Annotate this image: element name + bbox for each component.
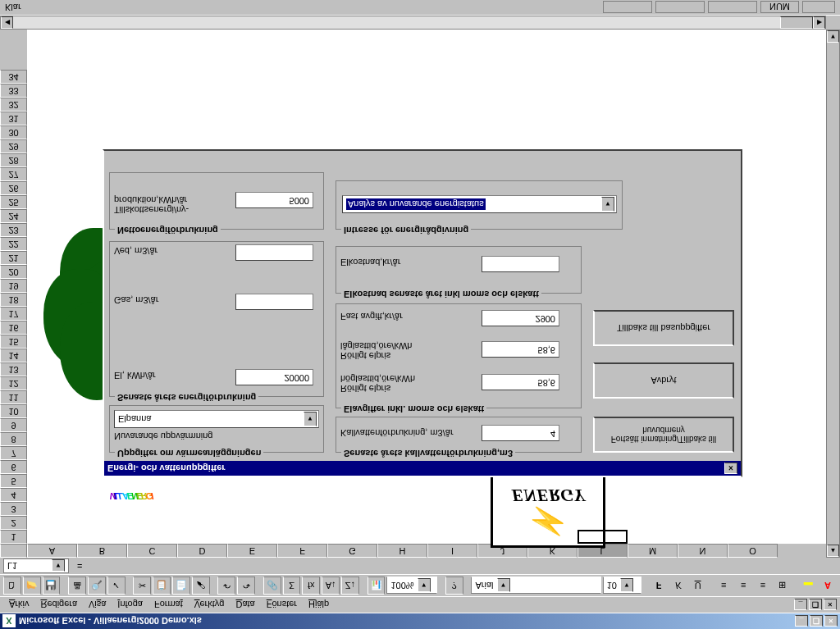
row-header[interactable]: 14	[0, 349, 27, 362]
row-header[interactable]: 28	[0, 153, 27, 167]
help-button[interactable]: ?	[445, 577, 463, 595]
row-header[interactable]: 26	[0, 181, 27, 195]
zoom-combo[interactable]: 100%▼	[386, 577, 436, 595]
open-button[interactable]: 📂	[23, 577, 41, 595]
tillskott-input[interactable]: 5000	[235, 192, 313, 208]
menu-data[interactable]: Data	[230, 599, 260, 612]
column-header[interactable]: E	[227, 544, 277, 558]
preview-button[interactable]: 🔍	[88, 577, 106, 595]
align-left-button[interactable]: ≡	[714, 577, 733, 595]
fx-button[interactable]: fx	[302, 577, 320, 595]
row-header[interactable]: 20	[0, 265, 27, 279]
redo-button[interactable]: ↷	[237, 577, 255, 595]
row-header[interactable]: 16	[0, 321, 27, 335]
menu-infoga[interactable]: Infoga	[112, 599, 148, 612]
menu-redigera[interactable]: Redigera	[34, 599, 83, 612]
chevron-down-icon[interactable]: ▼	[601, 197, 614, 212]
name-box[interactable]: L1▼	[3, 558, 69, 573]
maximize-button[interactable]: ❐	[810, 616, 823, 627]
fortsatt-button[interactable]: Fortsätt inmatning/Tillbaks till huvudme…	[593, 417, 734, 453]
chevron-down-icon[interactable]: ▼	[497, 579, 510, 593]
column-header[interactable]: F	[277, 544, 327, 558]
row-header[interactable]: 23	[0, 223, 27, 237]
scroll-up-icon[interactable]: ▲	[827, 545, 839, 557]
underline-button[interactable]: U	[689, 577, 707, 595]
fast-input[interactable]: 2900	[482, 310, 559, 326]
row-header[interactable]: 17	[0, 307, 27, 321]
row-header[interactable]: 5	[0, 474, 27, 488]
scroll-left-icon[interactable]: ◀	[1, 16, 13, 29]
font-color-button[interactable]: A	[819, 577, 837, 595]
tillbaks-button[interactable]: Tillbaks till basuppgifter	[593, 310, 734, 346]
column-header[interactable]: G	[327, 544, 377, 558]
chevron-down-icon[interactable]: ▼	[418, 579, 431, 593]
new-button[interactable]: 🗋	[3, 577, 21, 595]
row-header[interactable]: 1	[0, 530, 27, 544]
scroll-thumb[interactable]	[780, 16, 813, 29]
row-header[interactable]: 2	[0, 516, 27, 530]
laglast-input[interactable]: 58,6	[482, 341, 559, 358]
column-header[interactable]: C	[127, 544, 177, 558]
row-header[interactable]: 32	[0, 98, 27, 112]
column-header[interactable]: O	[728, 544, 778, 558]
row-header[interactable]: 24	[0, 209, 27, 223]
autosum-button[interactable]: Σ	[283, 577, 301, 595]
dialog-titlebar[interactable]: Energi- och vattenuppgifter ×	[104, 461, 741, 476]
row-header[interactable]: 18	[0, 293, 27, 307]
horizontal-scrollbar[interactable]: ◀ ▶	[0, 16, 826, 30]
save-button[interactable]: 💾	[43, 577, 61, 595]
chart-button[interactable]: 📊	[368, 577, 386, 595]
chevron-down-icon[interactable]: ▼	[620, 579, 633, 593]
align-right-button[interactable]: ≡	[754, 577, 772, 595]
format-painter-button[interactable]: 🖌	[192, 577, 210, 595]
paste-button[interactable]: 📄	[172, 577, 190, 595]
menu-visa[interactable]: Visa	[83, 599, 112, 612]
el-input[interactable]: 20000	[235, 369, 313, 385]
column-header[interactable]: I	[427, 544, 477, 558]
column-header[interactable]: D	[177, 544, 227, 558]
font-combo[interactable]: Arial▼	[471, 577, 600, 595]
dialog-close-button[interactable]: ×	[724, 463, 737, 474]
chevron-down-icon[interactable]: ▼	[304, 412, 317, 426]
elkostnad-input[interactable]	[482, 256, 559, 272]
row-header[interactable]: 13	[0, 362, 27, 376]
italic-button[interactable]: K	[669, 577, 687, 595]
align-center-button[interactable]: ≡	[734, 577, 752, 595]
scroll-down-icon[interactable]: ▼	[827, 30, 839, 43]
row-header[interactable]: 31	[0, 112, 27, 125]
print-button[interactable]: 🖶	[68, 577, 86, 595]
menu-verktyg[interactable]: Verktyg	[189, 599, 231, 612]
row-header[interactable]: 4	[0, 488, 27, 502]
row-header[interactable]: 34	[0, 70, 27, 84]
row-header[interactable]: 25	[0, 195, 27, 209]
avbryt-button[interactable]: Avbryt	[593, 362, 734, 399]
row-header[interactable]: 8	[0, 432, 27, 446]
menu-hjalp[interactable]: Hjälp	[303, 599, 335, 612]
doc-close-button[interactable]: ×	[824, 599, 837, 611]
copy-button[interactable]: 📋	[153, 577, 171, 595]
column-header[interactable]: B	[77, 544, 127, 558]
menu-format[interactable]: Format	[148, 599, 189, 612]
row-header[interactable]: 3	[0, 502, 27, 516]
select-all-corner[interactable]	[0, 544, 27, 558]
spell-button[interactable]: ✓	[107, 577, 126, 595]
sort-desc-button[interactable]: Z↓	[341, 577, 359, 595]
doc-restore-button[interactable]: ❐	[809, 599, 822, 611]
row-header[interactable]: 29	[0, 139, 27, 153]
row-header[interactable]: 27	[0, 167, 27, 181]
row-header[interactable]: 6	[0, 460, 27, 474]
row-header[interactable]: 19	[0, 279, 27, 293]
bold-button[interactable]: F	[650, 577, 668, 595]
menu-fonster[interactable]: Fönster	[261, 599, 303, 612]
row-header[interactable]: 15	[0, 335, 27, 349]
row-header[interactable]: 33	[0, 84, 27, 98]
ved-input[interactable]	[235, 244, 313, 261]
row-header[interactable]: 11	[0, 390, 27, 404]
chevron-down-icon[interactable]: ▼	[52, 560, 65, 572]
intresse-select[interactable]: Analys av nuvarande energistatus ▼	[342, 195, 617, 213]
row-header[interactable]: 10	[0, 404, 27, 418]
vertical-scrollbar[interactable]: ▲ ▼	[826, 30, 840, 558]
gas-input[interactable]	[235, 294, 313, 310]
cut-button[interactable]: ✂	[133, 577, 151, 595]
fontsize-combo[interactable]: 10▼	[603, 577, 642, 595]
